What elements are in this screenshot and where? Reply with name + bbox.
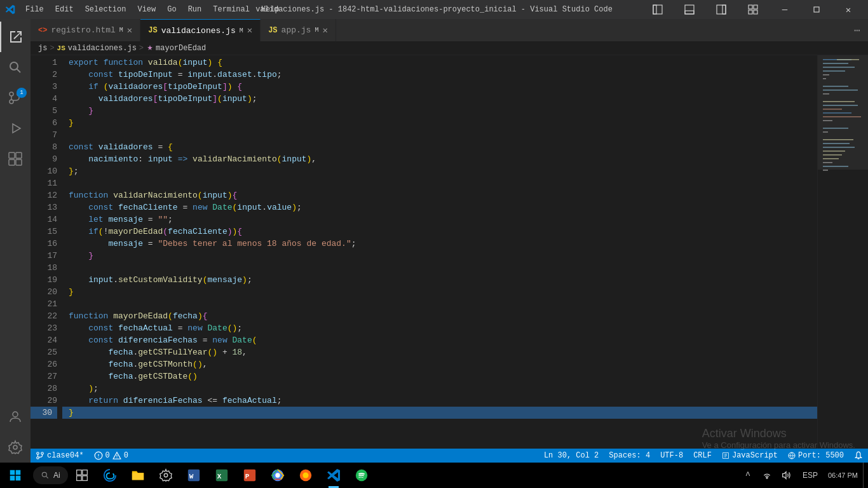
menu-run[interactable]: Run <box>183 3 207 17</box>
powerpoint-app[interactable]: P <box>236 463 264 488</box>
language-button[interactable]: ESP <box>797 463 823 488</box>
svg-marker-87 <box>783 472 786 479</box>
line-ending-status[interactable]: CRLF <box>688 449 717 463</box>
toggle-sidebar-btn[interactable] <box>643 0 672 19</box>
task-view-btn[interactable] <box>68 463 96 488</box>
encoding-label: UTF-8 <box>660 451 683 460</box>
close-btn[interactable]: ✕ <box>834 0 863 19</box>
start-button[interactable] <box>0 463 31 488</box>
tab-close-validaciones[interactable]: ✕ <box>247 26 252 35</box>
encoding-status[interactable]: UTF-8 <box>655 449 688 463</box>
menu-edit[interactable]: Edit <box>50 3 79 17</box>
svg-rect-2 <box>685 5 694 14</box>
notifications-status[interactable] <box>849 449 868 463</box>
account-activity-btn[interactable] <box>0 402 31 432</box>
clock-time: 06:47 PM <box>828 471 858 479</box>
code-line-26: fecha.getCSTMonth(), <box>62 358 817 370</box>
menu-selection[interactable]: Selection <box>80 3 132 17</box>
svg-point-53 <box>37 457 39 459</box>
run-debug-activity-btn[interactable] <box>0 113 31 144</box>
svg-rect-5 <box>722 5 726 14</box>
svg-point-74 <box>164 473 168 477</box>
settings-app-icon <box>159 468 173 482</box>
svg-rect-0 <box>653 5 656 14</box>
code-line-25: fecha.getCSTFullYear() + 18, <box>62 346 817 358</box>
error-icon <box>94 451 103 460</box>
code-line-28: ); <box>62 383 817 395</box>
spotify-icon <box>355 468 369 482</box>
svg-point-84 <box>302 472 308 478</box>
svg-point-23 <box>13 445 17 449</box>
svg-point-61 <box>116 458 117 458</box>
speaker-icon <box>781 470 791 480</box>
settings-activity-btn[interactable] <box>0 432 31 463</box>
show-desktop-btn[interactable] <box>863 463 868 488</box>
firefox-app[interactable] <box>292 463 320 488</box>
git-branch-icon <box>36 451 44 460</box>
settings-app[interactable] <box>152 463 180 488</box>
customize-layout-btn[interactable] <box>738 0 768 19</box>
breadcrumb-js[interactable]: js <box>38 44 47 53</box>
split-editor-btn[interactable]: ⋯ <box>846 19 868 41</box>
svg-rect-6 <box>749 5 752 9</box>
explorer-activity-btn[interactable] <box>0 22 31 52</box>
svg-rect-3 <box>685 11 694 14</box>
edge-app[interactable] <box>96 463 124 488</box>
maximize-btn[interactable] <box>802 0 831 19</box>
breadcrumb-file[interactable]: JSvalidaciones.js <box>57 44 137 53</box>
language-status[interactable]: JavaScript <box>717 449 783 463</box>
code-line-27: fecha.getCSTDate() <box>62 370 817 383</box>
cursor-position-status[interactable]: Ln 30, Col 2 <box>539 449 604 463</box>
source-control-badge: 1 <box>17 88 27 98</box>
tab-close-app[interactable]: ✕ <box>322 26 327 35</box>
chrome-app[interactable] <box>264 463 292 488</box>
code-line-23: const fechaActual = new Date(); <box>62 322 817 334</box>
network-icon[interactable] <box>758 463 776 488</box>
code-line-1: export function valida(input) { <box>62 57 817 69</box>
menu-file[interactable]: File <box>20 3 49 17</box>
word-app[interactable]: W <box>180 463 208 488</box>
edge-icon <box>103 468 117 482</box>
clock[interactable]: 06:47 PM <box>823 463 863 488</box>
code-content[interactable]: export function valida(input) { const ti… <box>62 55 817 449</box>
breadcrumb-symbol-icon <box>146 44 154 52</box>
taskbar-search-label: Ai <box>53 471 60 480</box>
excel-app[interactable]: X <box>208 463 236 488</box>
svg-marker-17 <box>13 124 20 133</box>
tab-app[interactable]: JS app.js M ✕ <box>261 19 336 41</box>
extensions-activity-btn[interactable] <box>0 144 31 174</box>
tab-validaciones[interactable]: JS validaciones.js M ✕ <box>140 19 261 41</box>
code-line-20: } <box>62 286 817 298</box>
spaces-status[interactable]: Spaces: 4 <box>604 449 655 463</box>
volume-icon[interactable] <box>777 463 795 488</box>
svg-rect-10 <box>814 7 819 12</box>
chevron-up-icon[interactable]: ^ <box>739 463 757 488</box>
vscode-taskbar-app[interactable] <box>320 463 348 488</box>
title-bar-controls: — ✕ <box>643 0 863 19</box>
git-branch-status[interactable]: clase04* <box>31 449 89 463</box>
menu-go[interactable]: Go <box>162 3 181 17</box>
status-bar: clase04* 0 0 Ln 30, Col 2 Spaces: 4 UTF-… <box>31 449 868 463</box>
svg-rect-19 <box>16 152 22 158</box>
spotify-app[interactable] <box>348 463 376 488</box>
source-control-activity-btn[interactable]: 1 <box>0 83 31 113</box>
minimize-btn[interactable]: — <box>770 0 799 19</box>
search-activity-btn[interactable] <box>0 52 31 83</box>
svg-point-59 <box>98 457 98 458</box>
breadcrumb-symbol[interactable]: mayorDeEdad <box>156 44 206 53</box>
svg-rect-73 <box>83 476 88 481</box>
tab-close-registro[interactable]: ✕ <box>127 26 132 35</box>
minimap[interactable] <box>817 55 868 449</box>
code-editor: 12345 678910 1112131415 1617181920 21222… <box>31 55 868 449</box>
menu-view[interactable]: View <box>132 3 161 17</box>
liveserver-status[interactable]: Port: 5500 <box>783 449 849 463</box>
menu-terminal[interactable]: Terminal <box>208 3 255 17</box>
taskbar-search[interactable]: Ai <box>33 466 68 484</box>
toggle-right-sidebar-btn[interactable] <box>707 0 736 19</box>
svg-rect-52 <box>818 55 868 170</box>
tab-registro[interactable]: <> registro.html M ✕ <box>31 19 140 41</box>
errors-warnings-status[interactable]: 0 0 <box>89 449 133 463</box>
toggle-panel-btn[interactable] <box>675 0 704 19</box>
file-explorer-app[interactable] <box>124 463 152 488</box>
powerpoint-icon: P <box>243 468 257 482</box>
